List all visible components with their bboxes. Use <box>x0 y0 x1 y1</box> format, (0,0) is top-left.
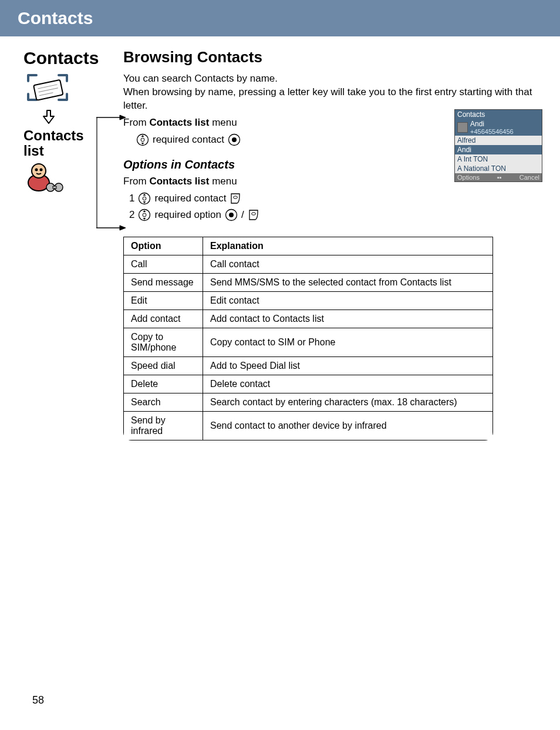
step2-num: 2 <box>129 209 134 221</box>
exp-cell: Edit contact <box>203 291 493 310</box>
phone-softkey-left: Options <box>457 174 480 181</box>
from2-prefix: From <box>123 176 149 187</box>
options-step-2: 2 required option / <box>129 208 542 221</box>
center-select-icon <box>225 208 238 221</box>
opt-cell: Send by infrared <box>124 411 203 440</box>
table-row: CallCall contact <box>124 255 493 273</box>
svg-point-26 <box>229 213 234 217</box>
phone-row-4: A National TON <box>455 164 542 173</box>
opt-cell: Send message <box>124 273 203 291</box>
phone-screenshot: Contacts Andi +45645546456 Alfred Andi A… <box>454 109 542 182</box>
table-row: Copy to SIM/phoneCopy contact to SIM or … <box>124 328 493 356</box>
left-softkey-icon <box>248 208 259 221</box>
from-suffix: menu <box>209 117 237 128</box>
chapter-title: Contacts <box>18 8 93 28</box>
nav-up-down-icon <box>138 192 151 205</box>
svg-point-5 <box>32 164 46 178</box>
main-content: Browsing Contacts You can search Contact… <box>123 48 542 443</box>
phone-softkey-mid: ▪▪ <box>497 174 502 181</box>
contacts-list-person-icon <box>23 162 65 197</box>
phone-row-0-name: Andi <box>470 120 514 128</box>
table-row: Speed dialAdd to Speed Dial list <box>124 356 493 375</box>
table-row: EditEdit contact <box>124 291 493 310</box>
left-softkey-icon <box>230 192 241 205</box>
exp-cell: Add to Speed Dial list <box>203 356 493 375</box>
browse-step-text: required contact <box>153 134 224 146</box>
from2-bold: Contacts list <box>149 176 209 187</box>
exp-cell: Search contact by entering characters (m… <box>203 393 493 411</box>
from-bold: Contacts list <box>149 117 209 128</box>
svg-marker-14 <box>120 226 126 230</box>
opt-cell: Speed dial <box>124 356 203 375</box>
sidebar: Contacts Contacts list <box>23 48 123 199</box>
svg-point-21 <box>143 197 146 200</box>
options-step-1: 1 required contact <box>129 192 542 205</box>
sidebar-subtitle-line2: list <box>23 143 123 159</box>
opt-cell: Copy to SIM/phone <box>124 328 203 356</box>
svg-point-7 <box>41 169 42 170</box>
phone-row-2: Andi <box>455 145 542 154</box>
table-row: SearchSearch contact by entering charact… <box>124 393 493 411</box>
head-option: Option <box>124 237 203 255</box>
head-explanation: Explanation <box>203 237 493 255</box>
intro-line-2: When browsing by name, pressing a letter… <box>123 86 542 113</box>
exp-cell: Delete contact <box>203 375 493 393</box>
opt-cell: Add contact <box>124 310 203 328</box>
table-row: DeleteDelete contact <box>124 375 493 393</box>
from-prefix: From <box>123 117 149 128</box>
sidebar-subtitle-line1: Contacts <box>23 128 123 143</box>
svg-point-17 <box>141 138 144 142</box>
options-table: Option Explanation CallCall contact Send… <box>123 237 493 440</box>
svg-point-19 <box>232 137 237 142</box>
phone-row-0: Andi +45645546456 <box>455 119 542 136</box>
section-heading: Browsing Contacts <box>123 48 542 66</box>
svg-rect-10 <box>53 186 56 189</box>
opt-cell: Edit <box>124 291 203 310</box>
table-row: Send by infraredSend contact to another … <box>124 411 493 440</box>
nav-up-down-icon <box>138 208 151 221</box>
svg-point-22 <box>234 196 238 198</box>
phone-title: Contacts <box>455 110 542 119</box>
nav-up-down-icon <box>136 133 149 146</box>
phone-bottom-bar: Options ▪▪ Cancel <box>455 173 542 181</box>
table-row: Add contactAdd contact to Contacts list <box>124 310 493 328</box>
exp-cell: Call contact <box>203 255 493 273</box>
connector-vert <box>96 117 102 229</box>
opt-cell: Call <box>124 255 203 273</box>
svg-point-24 <box>143 213 146 217</box>
phone-row-0-sub: +45645546456 <box>470 128 514 135</box>
step2-text: required option <box>154 209 221 221</box>
chapter-header: Contacts <box>0 0 560 36</box>
sidebar-title: Contacts <box>23 48 123 68</box>
table-head-row: Option Explanation <box>124 237 493 255</box>
exp-cell: Copy contact to SIM or Phone <box>203 328 493 356</box>
exp-cell: Send contact to another device by infrar… <box>203 411 493 440</box>
slash: / <box>241 209 244 221</box>
contacts-card-icon <box>23 70 70 106</box>
exp-cell: Send MMS/SMS to the selected contact fro… <box>203 273 493 291</box>
page-number: 58 <box>32 694 44 707</box>
step1-text: required contact <box>154 193 226 204</box>
svg-point-6 <box>36 169 38 170</box>
step1-num: 1 <box>129 193 134 204</box>
opt-cell: Search <box>124 393 203 411</box>
svg-point-27 <box>251 212 255 214</box>
phone-softkey-right: Cancel <box>519 174 539 181</box>
phone-row-1: Alfred <box>455 136 542 145</box>
opt-cell: Delete <box>124 375 203 393</box>
phone-row-3: A Int TON <box>455 154 542 164</box>
exp-cell: Add contact to Contacts list <box>203 310 493 328</box>
table-row: Send messageSend MMS/SMS to the selected… <box>124 273 493 291</box>
intro-line-1: You can search Contacts by name. <box>123 72 542 86</box>
svg-marker-12 <box>120 115 126 120</box>
phone-thumb-icon <box>457 122 468 133</box>
center-select-icon <box>228 133 241 146</box>
down-arrow-icon <box>40 108 58 126</box>
from2-suffix: menu <box>209 176 237 187</box>
